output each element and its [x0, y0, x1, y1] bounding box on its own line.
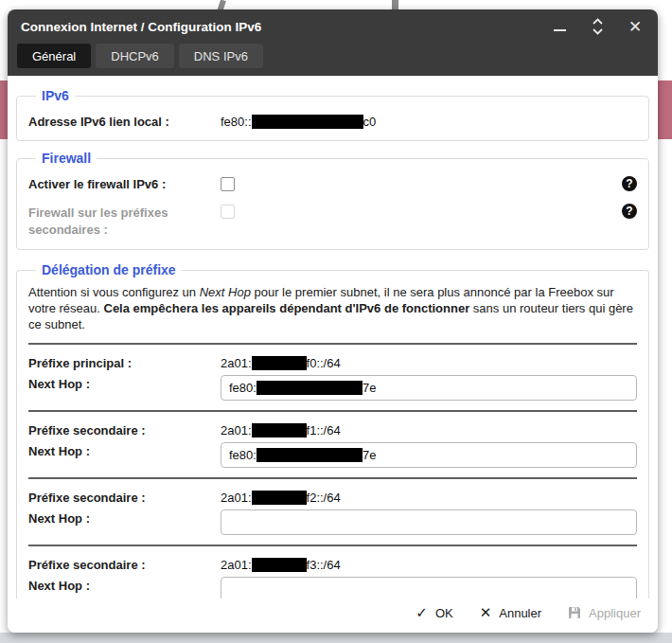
section-prefix-delegation: Délégation de préfixe Attention si vous … — [16, 262, 649, 633]
nexthop-post: 7e — [363, 381, 376, 395]
check-icon: ✓ — [416, 604, 428, 621]
apply-button-label: Appliquer — [589, 606, 641, 620]
cancel-button[interactable]: ✕ Annuler — [480, 604, 541, 621]
nexthop-input[interactable]: fe80:7e — [221, 375, 637, 401]
window-controls: ✕ — [550, 17, 645, 36]
prefix-post: f1::/64 — [307, 423, 341, 438]
firewall-secondary-label: Firewall sur les préfixes secondaires : — [28, 203, 221, 238]
nexthop-label: Next Hop : — [28, 442, 221, 458]
nexthop-label: Next Hop : — [28, 509, 221, 526]
apply-button: Appliquer — [568, 606, 641, 620]
maximize-button[interactable] — [588, 17, 607, 36]
background-bottom-strip — [0, 633, 672, 643]
prefix-value: 2a01:f2::/64 — [221, 489, 341, 505]
tab-bar: Général DHCPv6 DNS IPv6 — [8, 44, 658, 76]
nexthop-label: Next Hop : — [28, 375, 221, 391]
tab-dns-ipv6[interactable]: DNS IPv6 — [179, 44, 263, 68]
redaction-box — [252, 558, 307, 572]
ok-button[interactable]: ✓ OK — [416, 604, 452, 621]
nexthop-pre: fe80: — [229, 381, 256, 395]
dialog-footer: ✓ OK ✕ Annuler Appliquer — [8, 598, 658, 633]
prefix-label: Préfixe secondaire : — [28, 421, 221, 438]
minimize-button[interactable] — [550, 17, 569, 36]
redaction-box — [252, 423, 307, 438]
help-icon[interactable]: ? — [622, 176, 637, 191]
nexthop-pre: fe80: — [229, 448, 256, 462]
save-icon — [568, 606, 581, 619]
prefix-pre: 2a01: — [221, 423, 252, 438]
dialog-content: IPv6 Adresse IPv6 lien local : fe80::c0 … — [8, 76, 658, 633]
prefix-pre: 2a01: — [221, 491, 252, 505]
local-address-post: c0 — [363, 115, 377, 129]
redaction-box — [252, 491, 307, 505]
nexthop-input[interactable] — [221, 509, 637, 535]
prefix-pre: 2a01: — [221, 558, 252, 572]
close-icon: ✕ — [628, 19, 642, 35]
ipv6-config-dialog: Connexion Internet / Configuration IPv6 … — [8, 9, 658, 633]
section-ipv6-legend: IPv6 — [36, 88, 75, 103]
dialog-title: Connexion Internet / Configuration IPv6 — [21, 20, 550, 34]
prefix-post: f0::/64 — [307, 356, 341, 370]
redaction-box — [256, 381, 363, 395]
minimize-icon — [554, 29, 566, 31]
redaction-box — [252, 115, 363, 129]
firewall-enable-label: Activer le firewall IPv6 : — [28, 175, 221, 191]
nexthop-input[interactable]: fe80:7e — [221, 442, 637, 468]
prefix-label: Préfixe secondaire : — [28, 556, 221, 572]
nexthop-post: 7e — [363, 448, 376, 462]
prefix-group: Préfixe principal : 2a01:f0::/64 Next Ho… — [28, 354, 637, 412]
separator — [28, 343, 637, 345]
delegation-warning: Attention si vous configurez un Next Hop… — [28, 285, 637, 333]
tab-dhcpv6[interactable]: DHCPv6 — [96, 44, 174, 68]
nexthop-label: Next Hop : — [28, 577, 221, 593]
prefix-group: Préfixe secondaire : 2a01:f1::/64 Next H… — [28, 421, 637, 479]
prefix-value: 2a01:f1::/64 — [221, 421, 341, 438]
local-address-label: Adresse IPv6 lien local : — [28, 113, 221, 129]
section-firewall: Firewall Activer le firewall IPv6 : ? Fi… — [16, 151, 649, 250]
firewall-secondary-checkbox — [221, 205, 235, 219]
section-firewall-legend: Firewall — [36, 151, 97, 166]
separator — [28, 410, 637, 412]
prefix-label: Préfixe secondaire : — [28, 489, 221, 505]
warning-text-italic: Next Hop — [200, 285, 251, 299]
section-delegation-legend: Délégation de préfixe — [36, 262, 182, 277]
prefix-post: f2::/64 — [307, 491, 341, 505]
dialog-titlebar[interactable]: Connexion Internet / Configuration IPv6 … — [8, 9, 658, 44]
prefix-post: f3::/64 — [307, 558, 341, 572]
redaction-box — [256, 448, 363, 462]
prefix-value: 2a01:f0::/64 — [221, 354, 341, 370]
prefix-pre: 2a01: — [221, 356, 252, 370]
ok-button-label: OK — [435, 606, 453, 620]
redaction-box — [252, 356, 307, 370]
separator — [28, 477, 637, 479]
prefix-value: 2a01:f3::/64 — [221, 556, 341, 572]
firewall-enable-checkbox[interactable] — [221, 177, 235, 191]
help-icon[interactable]: ? — [622, 204, 637, 219]
prefix-label: Préfixe principal : — [28, 354, 221, 370]
tab-general[interactable]: Général — [17, 44, 91, 68]
separator — [28, 545, 637, 546]
section-ipv6: IPv6 Adresse IPv6 lien local : fe80::c0 — [16, 88, 649, 141]
close-button[interactable]: ✕ — [626, 17, 645, 36]
warning-text: Attention si vous configurez un — [28, 285, 200, 299]
cancel-button-label: Annuler — [499, 606, 541, 620]
warning-text-bold: Cela empêchera les appareils dépendant d… — [104, 301, 470, 315]
chevrons-up-down-icon — [592, 18, 604, 35]
local-address-pre: fe80:: — [221, 115, 252, 129]
prefix-group: Préfixe secondaire : 2a01:f2::/64 Next H… — [28, 489, 637, 546]
x-icon: ✕ — [480, 604, 492, 621]
local-address-value: fe80::c0 — [221, 113, 376, 129]
